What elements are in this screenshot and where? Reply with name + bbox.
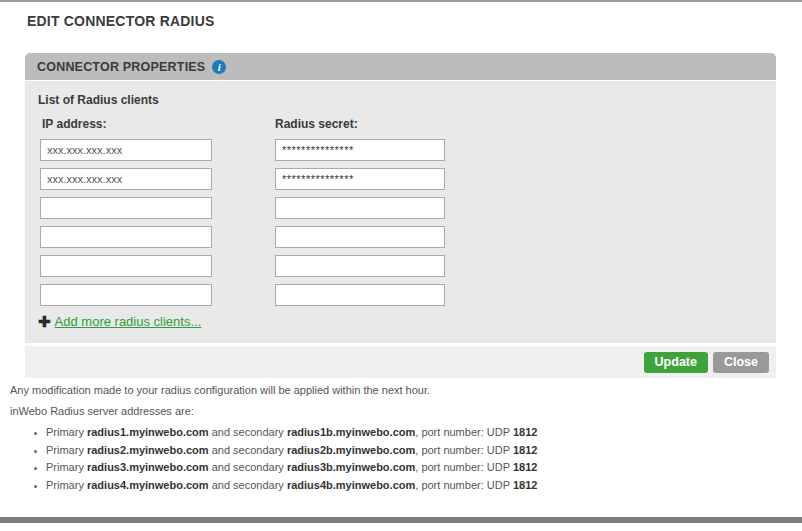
radius-server-item: Primary radius4.myinwebo.com and seconda… [46,477,802,495]
ip-address-input[interactable] [40,168,212,190]
panel-header: CONNECTOR PROPERTIES i [25,53,776,80]
button-bar: Update Close [25,346,776,378]
radius-server-item: Primary radius1.myinwebo.com and seconda… [46,424,802,442]
radius-client-row [40,197,776,219]
radius-client-row [40,255,776,277]
modification-note: Any modification made to your radius con… [10,384,802,396]
radius-client-row [40,284,776,306]
page-title: EDIT CONNECTOR RADIUS [27,13,802,29]
footer: Any modification made to your radius con… [10,384,802,494]
server-addresses-intro: inWebo Radius server addresses are: [10,405,802,417]
ip-address-input[interactable] [40,284,212,306]
radius-secret-column-label: Radius secret: [275,117,358,131]
window-bottom-border [0,517,802,523]
radius-secret-input[interactable] [275,255,445,277]
radius-client-row [40,139,776,161]
ip-address-input[interactable] [40,226,212,248]
column-headers: IP address: Radius secret: [40,117,776,131]
radius-secret-input[interactable] [275,226,445,248]
radius-client-row [40,226,776,248]
panel-header-label: CONNECTOR PROPERTIES [37,60,205,74]
add-clients-row: ✚ Add more radius clients... [38,314,776,329]
radius-secret-input[interactable] [275,284,445,306]
radius-client-row [40,168,776,190]
update-button[interactable]: Update [644,352,708,373]
ip-address-input[interactable] [40,255,212,277]
ip-address-input[interactable] [40,139,212,161]
ip-address-input[interactable] [40,197,212,219]
plus-icon[interactable]: ✚ [38,315,51,329]
info-icon[interactable]: i [212,60,226,74]
window-top-border [0,0,802,2]
radius-secret-input[interactable] [275,168,445,190]
add-more-clients-link[interactable]: Add more radius clients... [55,314,202,329]
close-button[interactable]: Close [713,352,769,373]
connector-properties-panel: CONNECTOR PROPERTIES i List of Radius cl… [25,53,776,378]
radius-secret-input[interactable] [275,197,445,219]
ip-address-column-label: IP address: [40,117,275,131]
radius-secret-input[interactable] [275,139,445,161]
radius-clients-section-label: List of Radius clients [38,93,776,107]
radius-server-item: Primary radius3.myinwebo.com and seconda… [46,459,802,477]
panel-body: List of Radius clients IP address: Radiu… [25,81,776,343]
radius-server-item: Primary radius2.myinwebo.com and seconda… [46,442,802,460]
radius-server-list: Primary radius1.myinwebo.com and seconda… [10,424,802,494]
